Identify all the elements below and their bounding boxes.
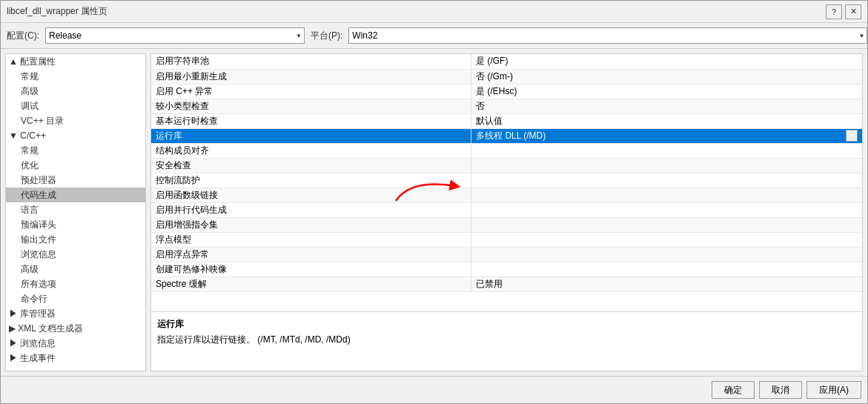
sidebar-item-group-config[interactable]: ▲ 配置属性 xyxy=(6,54,145,69)
property-name: 安全检查 xyxy=(151,158,471,173)
table-row[interactable]: 启用字符串池是 (/GF) xyxy=(151,54,862,69)
sidebar-item-group-browse[interactable]: ▶ 浏览信息 xyxy=(6,336,145,351)
property-name: 启用字符串池 xyxy=(151,54,471,69)
property-name: 创建可热修补映像 xyxy=(151,262,471,276)
platform-select[interactable]: Win32 xyxy=(348,27,867,44)
property-name: 启用增强指令集 xyxy=(151,217,471,232)
table-row[interactable]: 启用最小重新生成否 (/Gm-) xyxy=(151,69,862,84)
property-value: 默认值 xyxy=(471,113,862,128)
sidebar-item-debug[interactable]: 调试 xyxy=(6,99,145,113)
dropdown-arrow-button[interactable]: ▼ xyxy=(846,130,858,142)
window-title: libcef_dll_wrapper 属性页 xyxy=(7,5,107,18)
sidebar-item-label: ▼ C/C++ xyxy=(9,130,46,141)
sidebar-item-label: 浏览信息 xyxy=(21,248,56,261)
sidebar-item-label: ▶ 生成事件 xyxy=(9,352,56,365)
sidebar-item-label: 所有选项 xyxy=(21,278,56,291)
main-content: ▲ 配置属性常规高级调试VC++ 目录▼ C/C++常规优化预处理器代码生成语言… xyxy=(1,49,867,376)
sidebar-item-label: 高级 xyxy=(21,263,39,276)
property-value xyxy=(471,217,862,232)
sidebar-item-label: 输出文件 xyxy=(21,234,56,246)
sidebar-item-label: 常规 xyxy=(21,145,39,157)
sidebar-item-vcpp-dirs[interactable]: VC++ 目录 xyxy=(6,113,145,128)
table-row[interactable]: 启用浮点异常 xyxy=(151,247,862,262)
sidebar-item-output-files[interactable]: 输出文件 xyxy=(6,232,145,247)
table-row[interactable]: 浮点模型 xyxy=(151,232,862,247)
title-bar: libcef_dll_wrapper 属性页 ? ✕ xyxy=(1,1,867,23)
sidebar-item-group-xml[interactable]: ▶ XML 文档生成器 xyxy=(6,321,145,336)
cancel-button[interactable]: 取消 xyxy=(759,381,802,399)
table-row[interactable]: 结构成员对齐 xyxy=(151,143,862,158)
property-value xyxy=(471,232,862,247)
property-name: 启用最小重新生成 xyxy=(151,69,471,84)
sidebar-item-precomp-headers[interactable]: 预编译头 xyxy=(6,217,145,232)
property-value: 否 xyxy=(471,99,862,113)
ok-button[interactable]: 确定 xyxy=(712,381,755,399)
property-value: 是 (/GF) xyxy=(471,54,862,69)
sidebar-item-optimization[interactable]: 优化 xyxy=(6,158,145,173)
sidebar-item-advanced2[interactable]: 高级 xyxy=(6,262,145,276)
table-row[interactable]: 启用并行代码生成 xyxy=(151,202,862,217)
toolbar: 配置(C): Release 平台(P): Win32 配置管理器(O)... xyxy=(1,23,867,49)
title-buttons: ? ✕ xyxy=(826,4,861,19)
property-value xyxy=(471,247,862,262)
help-button[interactable]: ? xyxy=(826,4,842,19)
description-text: 指定运行库以进行链接。 (/MT, /MTd, /MD, /MDd) xyxy=(157,334,856,346)
property-value[interactable]: 多线程 DLL (/MD)▼多线程 (/MT)多线程调试 (/MTd)多线程 D… xyxy=(471,128,862,143)
sidebar-item-preprocessor[interactable]: 预处理器 xyxy=(6,173,145,188)
platform-label: 平台(P): xyxy=(311,30,342,42)
sidebar-item-label: ▶ XML 文档生成器 xyxy=(9,322,83,335)
table-row[interactable]: Spectre 缓解已禁用 xyxy=(151,276,862,291)
property-name: 启用函数级链接 xyxy=(151,188,471,202)
properties-panel: 启用字符串池是 (/GF)启用最小重新生成否 (/Gm-)启用 C++ 异常是 … xyxy=(150,53,863,371)
sidebar-item-cpp-general[interactable]: 常规 xyxy=(6,143,145,158)
table-row[interactable]: 启用 C++ 异常是 (/EHsc) xyxy=(151,84,862,99)
properties-grid: 启用字符串池是 (/GF)启用最小重新生成否 (/Gm-)启用 C++ 异常是 … xyxy=(151,54,862,292)
table-row[interactable]: 安全检查 xyxy=(151,158,862,173)
property-value-text: 多线程 DLL (/MD) xyxy=(476,130,546,142)
property-value xyxy=(471,188,862,202)
property-name: 运行库 xyxy=(151,128,471,143)
sidebar-item-all-options[interactable]: 所有选项 xyxy=(6,276,145,291)
sidebar-item-command-line[interactable]: 命令行 xyxy=(6,291,145,306)
property-name: 控制流防护 xyxy=(151,173,471,188)
main-window: libcef_dll_wrapper 属性页 ? ✕ 配置(C): Releas… xyxy=(0,0,868,404)
sidebar-item-group-cpp[interactable]: ▼ C/C++ xyxy=(6,128,145,143)
property-name: 基本运行时检查 xyxy=(151,113,471,128)
table-row[interactable]: 控制流防护 xyxy=(151,173,862,188)
sidebar-item-code-gen[interactable]: 代码生成 xyxy=(6,188,145,202)
property-value xyxy=(471,202,862,217)
close-button[interactable]: ✕ xyxy=(845,4,861,19)
property-name: 启用浮点异常 xyxy=(151,247,471,262)
sidebar: ▲ 配置属性常规高级调试VC++ 目录▼ C/C++常规优化预处理器代码生成语言… xyxy=(5,53,146,371)
sidebar-item-label: 预处理器 xyxy=(21,174,56,187)
sidebar-item-language[interactable]: 语言 xyxy=(6,202,145,217)
sidebar-item-advanced[interactable]: 高级 xyxy=(6,84,145,99)
config-select-wrapper: Release xyxy=(45,27,305,44)
sidebar-item-general[interactable]: 常规 xyxy=(6,69,145,84)
apply-button[interactable]: 应用(A) xyxy=(806,381,861,399)
table-row[interactable]: 基本运行时检查默认值 xyxy=(151,113,862,128)
property-value xyxy=(471,173,862,188)
sidebar-item-label: 常规 xyxy=(21,70,39,83)
sidebar-item-group-librarian[interactable]: ▶ 库管理器 xyxy=(6,306,145,321)
sidebar-item-label: 优化 xyxy=(21,159,39,172)
table-row[interactable]: 启用函数级链接 xyxy=(151,188,862,202)
property-value: 已禁用 xyxy=(471,276,862,291)
platform-select-wrapper: Win32 xyxy=(348,27,867,44)
table-row[interactable]: 运行库多线程 DLL (/MD)▼多线程 (/MT)多线程调试 (/MTd)多线… xyxy=(151,128,862,143)
sidebar-item-label: ▶ 库管理器 xyxy=(9,308,56,320)
property-name: 较小类型检查 xyxy=(151,99,471,113)
config-label: 配置(C): xyxy=(7,30,39,42)
property-value: 是 (/EHsc) xyxy=(471,84,862,99)
sidebar-item-browse-info[interactable]: 浏览信息 xyxy=(6,247,145,262)
table-row[interactable]: 启用增强指令集 xyxy=(151,217,862,232)
description-panel: 运行库 指定运行库以进行链接。 (/MT, /MTd, /MD, /MDd) xyxy=(151,311,862,371)
property-name: 浮点模型 xyxy=(151,232,471,247)
table-row[interactable]: 创建可热修补映像 xyxy=(151,262,862,276)
table-row[interactable]: 较小类型检查否 xyxy=(151,99,862,113)
config-select[interactable]: Release xyxy=(45,27,305,44)
sidebar-item-label: 调试 xyxy=(21,100,39,113)
property-value xyxy=(471,262,862,276)
sidebar-item-label: 预编译头 xyxy=(21,219,56,231)
sidebar-item-group-build-events[interactable]: ▶ 生成事件 xyxy=(6,351,145,365)
